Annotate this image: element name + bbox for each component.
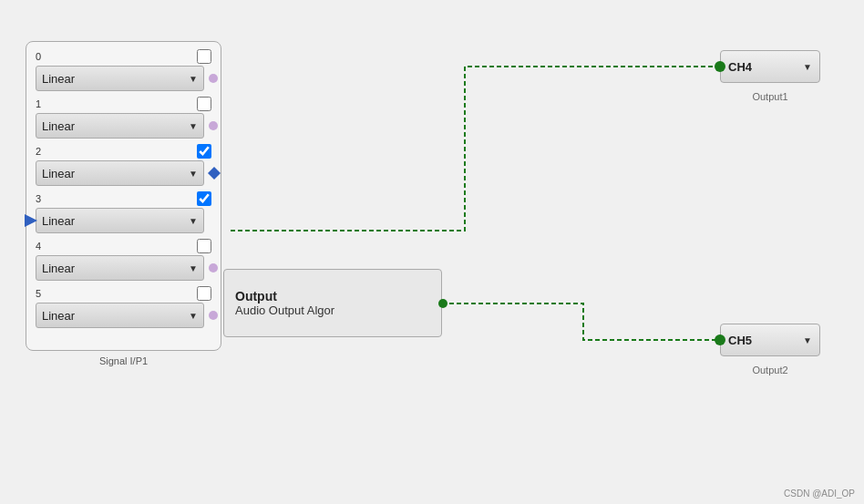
watermark: CSDN @ADI_OP	[784, 489, 855, 499]
ch4-block[interactable]: CH4 ▼	[720, 50, 820, 83]
row-1-checkbox[interactable]	[197, 97, 211, 111]
row-2-dropdown-label: Linear	[42, 167, 189, 180]
ch5-arrow: ▼	[803, 335, 812, 345]
output2-label: Output2	[720, 365, 820, 375]
output-block[interactable]: Output Audio Output Algor	[223, 269, 442, 337]
ch4-label: CH4	[728, 60, 803, 74]
row-3-dropdown-arrow: ▼	[189, 216, 198, 226]
canvas: 0 Linear ▼ 1 Linear ▼ 2	[0, 0, 864, 504]
row-2-label: 2	[36, 146, 193, 157]
row-4-right-connector	[209, 263, 218, 273]
row-4-label: 4	[36, 241, 193, 252]
row-0-label: 0	[36, 51, 193, 62]
row-1-dropdown-label: Linear	[42, 119, 189, 133]
row-1-label: 1	[36, 98, 193, 109]
row-0-dropdown[interactable]: Linear ▼	[36, 66, 204, 91]
row-1-dropdown[interactable]: Linear ▼	[36, 113, 204, 139]
row-5-dropdown-wrapper: Linear ▼	[36, 303, 211, 328]
row-2-dropdown-arrow: ▼	[189, 169, 198, 179]
row-4-header: 4	[36, 239, 211, 253]
row-3-dropdown-wrapper: Linear ▼	[36, 208, 211, 233]
output-block-right-connector	[438, 299, 447, 308]
row-0-dropdown-wrapper: Linear ▼	[36, 66, 211, 91]
row-1-dropdown-arrow: ▼	[189, 121, 198, 131]
row-5-dropdown[interactable]: Linear ▼	[36, 303, 204, 328]
ch4-left-connector	[715, 61, 725, 72]
row-0-dropdown-label: Linear	[42, 72, 189, 86]
row-0-checkbox[interactable]	[197, 49, 211, 64]
row-2-header: 2	[36, 144, 211, 159]
row-5-right-connector	[209, 311, 218, 320]
row-4-dropdown-label: Linear	[42, 262, 189, 275]
row-2-dropdown-wrapper: Linear ▼	[36, 160, 211, 186]
row-1-right-connector	[209, 121, 218, 130]
row-4-dropdown-arrow: ▼	[189, 263, 198, 273]
row-4-dropdown[interactable]: Linear ▼	[36, 255, 204, 281]
row-3-dropdown-label: Linear	[42, 214, 189, 228]
output1-label: Output1	[720, 91, 820, 102]
row-5-header: 5	[36, 286, 211, 301]
row-1-dropdown-wrapper: Linear ▼	[36, 113, 211, 139]
output-block-title: Output	[235, 289, 430, 303]
row-2-checkbox[interactable]	[197, 144, 211, 159]
ch5-label: CH5	[728, 334, 803, 347]
row-3-header: 3	[36, 191, 211, 206]
signal-block-title: Signal I/P1	[99, 355, 148, 366]
row-3-dropdown[interactable]: Linear ▼	[36, 208, 204, 233]
row-3-checkbox[interactable]	[197, 191, 211, 206]
ch5-block[interactable]: CH5 ▼	[720, 324, 820, 356]
row-0-right-connector	[209, 74, 218, 83]
row-0-header: 0	[36, 49, 211, 64]
ch5-left-connector	[715, 334, 725, 345]
row-3-label: 3	[36, 193, 193, 204]
ch4-arrow: ▼	[803, 62, 812, 72]
output-block-subtitle: Audio Output Algor	[235, 303, 430, 317]
row-5-dropdown-label: Linear	[42, 309, 189, 323]
signal-block: 0 Linear ▼ 1 Linear ▼ 2	[26, 41, 221, 351]
row-5-label: 5	[36, 288, 193, 299]
row-5-checkbox[interactable]	[197, 286, 211, 301]
row-2-active-connector	[208, 167, 221, 180]
row-1-header: 1	[36, 97, 211, 111]
row-5-dropdown-arrow: ▼	[189, 311, 198, 321]
row-4-dropdown-wrapper: Linear ▼	[36, 255, 211, 281]
row-4-checkbox[interactable]	[197, 239, 211, 253]
row-0-dropdown-arrow: ▼	[189, 74, 198, 84]
row-2-dropdown[interactable]: Linear ▼	[36, 160, 204, 186]
